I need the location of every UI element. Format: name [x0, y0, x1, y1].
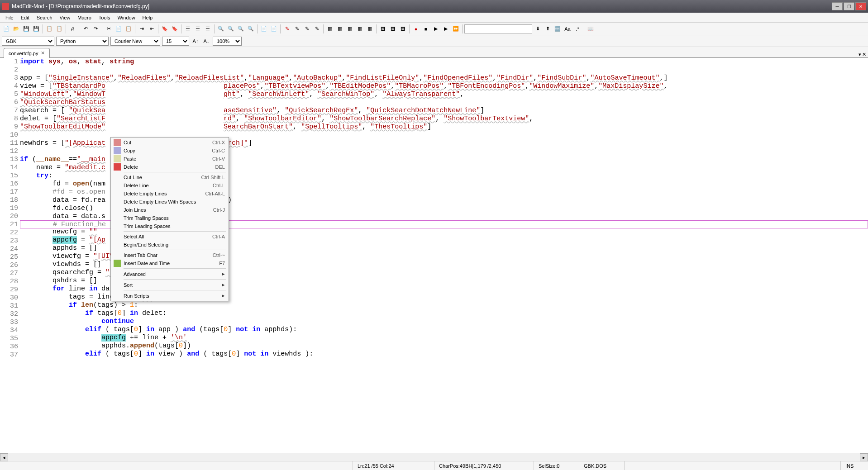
scroll-track[interactable]	[8, 453, 860, 461]
cut-icon[interactable]: ✂	[104, 24, 113, 33]
stop-icon[interactable]: ■	[421, 24, 430, 33]
view3-icon[interactable]: ▦	[345, 24, 354, 33]
scroll-left-button[interactable]: ◂	[0, 453, 8, 461]
list1-icon[interactable]: ☰	[183, 24, 192, 33]
close-button[interactable]: ✕	[855, 2, 866, 10]
ctx-copy[interactable]: CopyCtrl-C	[112, 147, 228, 155]
play-icon[interactable]: ▶	[431, 24, 440, 33]
ctx-begin-end-selecting[interactable]: Begin/End Selecting	[112, 241, 228, 249]
rec-red-icon[interactable]: ●	[411, 24, 420, 33]
language-select[interactable]: Python	[56, 37, 109, 46]
menu-edit[interactable]: Edit	[17, 14, 33, 22]
redo-icon[interactable]: ↷	[91, 24, 100, 33]
ctx-insert-date-and-time[interactable]: Insert Date and TimeF7	[112, 259, 228, 267]
scroll-right-button[interactable]: ▸	[860, 453, 868, 461]
tb-act4-icon[interactable]: Aa	[563, 24, 572, 33]
ctx-cut-line[interactable]: Cut LineCtrl-Shift-L	[112, 173, 228, 181]
ctx-advanced[interactable]: Advanced▸	[112, 270, 228, 278]
ctx-delete-empty-lines[interactable]: Delete Empty LinesCtrl-Alt-L	[112, 190, 228, 198]
menu-tools[interactable]: Tools	[95, 14, 114, 22]
font-dec-icon[interactable]: A↓	[202, 37, 211, 46]
find-icon[interactable]: 🔍	[216, 24, 225, 33]
tab-convertcfg[interactable]: convertcfg.py ✕	[4, 48, 50, 58]
ctx-trim-trailing-spaces[interactable]: Trim Trailing Spaces	[112, 214, 228, 222]
ctx-trim-leading-spaces[interactable]: Trim Leading Spaces	[112, 222, 228, 230]
editor[interactable]: 1234567891011121314151617181920212223242…	[0, 58, 868, 453]
ctx-cut[interactable]: CutCtrl-X	[112, 138, 228, 147]
pen-red-icon[interactable]: ✎	[282, 24, 291, 33]
paste2-icon[interactable]: 📋	[124, 24, 133, 33]
print-icon[interactable]: 🖨	[68, 24, 77, 33]
save-all-icon[interactable]: 💾	[32, 24, 41, 33]
font-inc-icon[interactable]: A↑	[191, 37, 200, 46]
ctx-insert-tab-char[interactable]: Insert Tab CharCtrl-~	[112, 251, 228, 259]
ctx-sort[interactable]: Sort▸	[112, 280, 228, 289]
horizontal-scrollbar[interactable]: ◂ ▸	[0, 453, 868, 461]
ctx-label: Select All	[124, 234, 144, 239]
font-select[interactable]: Courier New	[110, 37, 160, 46]
submenu-arrow-icon: ▸	[222, 282, 225, 288]
menu-window[interactable]: Window	[114, 14, 138, 22]
tb-help-icon[interactable]: 📖	[586, 24, 595, 33]
view1-icon[interactable]: ▦	[325, 24, 334, 33]
find-next-icon[interactable]: 🔍	[226, 24, 235, 33]
view2-icon[interactable]: ▦	[335, 24, 344, 33]
pen4-icon[interactable]: ✎	[312, 24, 321, 33]
img3-icon[interactable]: 🖼	[398, 24, 407, 33]
menu-search[interactable]: Search	[33, 14, 56, 22]
search-input[interactable]	[464, 24, 532, 33]
tab-dropdown-icon[interactable]: ▾	[858, 52, 861, 57]
view4-icon[interactable]: ▦	[355, 24, 364, 33]
ctx-run-scripts[interactable]: Run Scripts▸	[112, 291, 228, 300]
save-icon[interactable]: 💾	[22, 24, 31, 33]
fontsize-select[interactable]: 15	[162, 37, 189, 46]
encoding-select[interactable]: GBK	[2, 37, 54, 46]
play3-icon[interactable]: ⏩	[451, 24, 460, 33]
ctx-join-lines[interactable]: Join LinesCtrl-J	[112, 206, 228, 214]
doc1-icon[interactable]: 📄	[259, 24, 268, 33]
tab-close-all-icon[interactable]: ✕	[862, 52, 866, 57]
ctx-select-all[interactable]: Select AllCtrl-A	[112, 233, 228, 241]
ctx-paste[interactable]: PasteCtrl-V	[112, 155, 228, 163]
undo-icon[interactable]: ↶	[81, 24, 90, 33]
doc2-icon[interactable]: 📄	[269, 24, 278, 33]
find-all-icon[interactable]: 🔍	[246, 24, 255, 33]
menu-help[interactable]: Help	[139, 14, 157, 22]
play2-icon[interactable]: ▶	[441, 24, 450, 33]
menu-view[interactable]: View	[56, 14, 74, 22]
menu-file[interactable]: File	[2, 14, 17, 22]
zoom-select[interactable]: 100%	[213, 37, 242, 46]
menu-macro[interactable]: Macro	[74, 14, 95, 22]
view5-icon[interactable]: ▦	[365, 24, 374, 33]
ctx-label: Trim Leading Spaces	[124, 223, 171, 229]
ctx-delete-line[interactable]: Delete LineCtrl-L	[112, 181, 228, 190]
tb-act2-icon[interactable]: ⬆	[543, 24, 552, 33]
list2-icon[interactable]: ☰	[193, 24, 202, 33]
list3-icon[interactable]: ☰	[203, 24, 212, 33]
indent-icon[interactable]: ⇥	[137, 24, 146, 33]
bookmark-icon[interactable]: 🔖	[160, 24, 169, 33]
pen3-icon[interactable]: ✎	[302, 24, 311, 33]
window-title: MadEdit-Mod - [D:\Programs\madedit-mod\c…	[12, 3, 832, 9]
tb-act1-icon[interactable]: ⬇	[533, 24, 542, 33]
tb-act5-icon[interactable]: .*	[573, 24, 582, 33]
pen2-icon[interactable]: ✎	[292, 24, 301, 33]
bookmark2-icon[interactable]: 🔖	[170, 24, 179, 33]
copy2-icon[interactable]: 📄	[114, 24, 123, 33]
minimize-button[interactable]: ─	[832, 2, 843, 10]
ctx-label: Delete Empty Lines	[124, 191, 167, 196]
maximize-button[interactable]: ☐	[844, 2, 854, 10]
img1-icon[interactable]: 🖼	[378, 24, 387, 33]
ctx-shortcut: DEL	[215, 164, 225, 170]
tb-act3-icon[interactable]: 🔤	[553, 24, 562, 33]
outdent-icon[interactable]: ⇤	[147, 24, 156, 33]
paste-icon[interactable]: 📋	[55, 24, 64, 33]
copy-icon[interactable]: 📋	[45, 24, 54, 33]
tab-close-icon[interactable]: ✕	[41, 50, 45, 56]
ctx-delete[interactable]: DeleteDEL	[112, 163, 228, 171]
img2-icon[interactable]: 🖼	[388, 24, 397, 33]
ctx-delete-empty-lines-with-spaces[interactable]: Delete Empty Lines With Spaces	[112, 198, 228, 206]
open-file-icon[interactable]: 📂	[12, 24, 21, 33]
find-prev-icon[interactable]: 🔍	[236, 24, 245, 33]
new-file-icon[interactable]: 📄	[2, 24, 11, 33]
